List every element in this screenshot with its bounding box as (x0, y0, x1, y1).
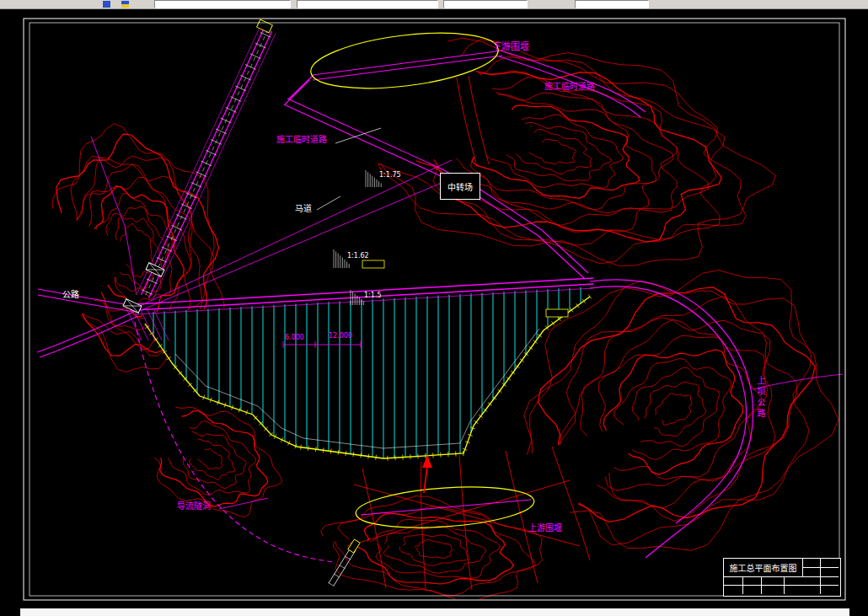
drawing-layers (37, 19, 843, 601)
toolbar-dropdown-3[interactable] (443, 0, 528, 8)
title-block-divider (761, 576, 762, 594)
spillway-chute (137, 26, 276, 300)
command-line-area[interactable] (20, 608, 849, 616)
title-block-divider (742, 576, 743, 594)
toolbar (0, 0, 868, 9)
toolbar-dropdown-4[interactable] (575, 0, 649, 8)
cad-application-window: { "window": { "toolbar": { "icons": ["ca… (0, 0, 868, 616)
drawing-title: 施工总平面布置图 (724, 559, 802, 576)
title-block: 施工总平面布置图 (723, 558, 841, 597)
toolbar-dropdown-2[interactable] (297, 0, 438, 8)
cad-icon-1[interactable] (103, 1, 110, 8)
toolbar-dropdown-1[interactable] (154, 0, 291, 8)
title-block-divider (820, 559, 821, 576)
cad-icon-2[interactable] (121, 1, 129, 8)
title-block-divider (724, 585, 839, 586)
title-block-divider (784, 576, 785, 594)
dam-body-layer (142, 278, 592, 472)
title-block-divider (724, 576, 839, 577)
drawing-canvas[interactable] (0, 0, 868, 616)
title-block-divider (820, 576, 821, 594)
